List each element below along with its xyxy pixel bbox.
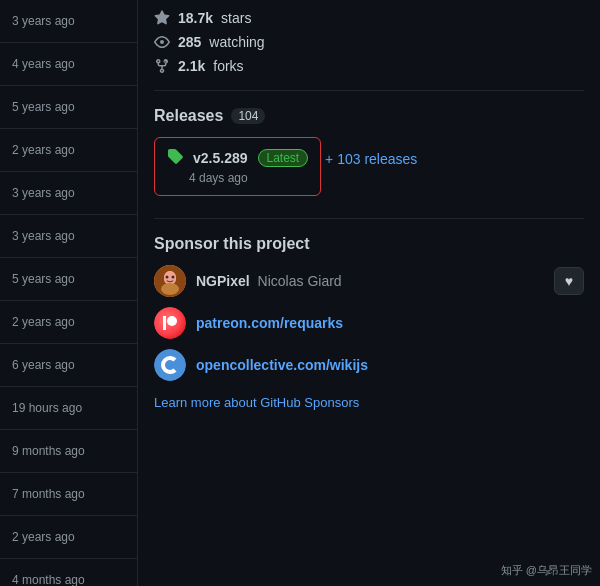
svg-point-2 <box>164 271 176 285</box>
stars-count: 18.7k <box>178 10 213 26</box>
svg-point-3 <box>166 276 169 279</box>
opencollective-row: opencollective.com/wikijs <box>154 349 584 381</box>
time-item: 9 months ago <box>0 430 137 473</box>
time-item: 3 years ago <box>0 215 137 258</box>
release-top-row: v2.5.289 Latest <box>167 148 308 167</box>
left-time-column: 3 years ago4 years ago5 years ago2 years… <box>0 0 138 586</box>
sponsor-person-name: NGPixel Nicolas Giard <box>196 273 342 289</box>
fork-icon <box>154 58 170 74</box>
time-item: 6 years ago <box>0 344 137 387</box>
forks-count: 2.1k <box>178 58 205 74</box>
opencollective-path: wikijs <box>330 357 368 373</box>
time-item: 2 years ago <box>0 516 137 559</box>
watching-label: watching <box>209 34 264 50</box>
latest-release-card: v2.5.289 Latest 4 days ago <box>154 137 321 196</box>
time-item: 4 months ago <box>0 559 137 586</box>
more-releases-link[interactable]: + 103 releases <box>325 151 417 167</box>
forks-stat: 2.1k forks <box>154 58 584 74</box>
watching-count: 285 <box>178 34 201 50</box>
forks-label: forks <box>213 58 243 74</box>
release-version: v2.5.289 <box>193 150 248 166</box>
watching-stat: 285 watching <box>154 34 584 50</box>
svg-point-4 <box>172 276 175 279</box>
sponsor-person-fullname: Nicolas Giard <box>258 273 342 289</box>
eye-svg <box>154 34 170 50</box>
latest-badge: Latest <box>258 149 309 167</box>
patreon-link[interactable]: patreon.com/requarks <box>196 315 343 331</box>
patreon-domain: patreon.com/ <box>196 315 284 331</box>
time-item: 5 years ago <box>0 258 137 301</box>
svg-point-5 <box>161 283 179 295</box>
time-item: 7 months ago <box>0 473 137 516</box>
sponsor-person-row: NGPixel Nicolas Giard ♥ <box>154 265 584 297</box>
patreon-path: requarks <box>284 315 343 331</box>
sponsor-title: Sponsor this project <box>154 235 584 253</box>
svg-rect-7 <box>163 316 166 330</box>
patreon-logo <box>161 314 179 332</box>
releases-header: Releases 104 <box>154 107 584 125</box>
time-item: 3 years ago <box>0 172 137 215</box>
opencollective-circle <box>154 349 186 381</box>
stars-label: stars <box>221 10 251 26</box>
time-item: 5 years ago <box>0 86 137 129</box>
release-date: 4 days ago <box>189 171 308 185</box>
tag-svg <box>167 148 183 164</box>
avatar-ngpixel <box>154 265 186 297</box>
releases-section: Releases 104 v2.5.289 Latest 4 days ago … <box>154 91 584 219</box>
time-item: 2 years ago <box>0 301 137 344</box>
stats-section: 18.7k stars 285 watching 2.1k forks <box>154 0 584 91</box>
patreon-row: patreon.com/requarks <box>154 307 584 339</box>
sponsor-section: Sponsor this project NGPixel Nicolas Gia… <box>154 219 584 426</box>
tag-icon <box>167 148 183 167</box>
patreon-circle <box>154 307 186 339</box>
opencollective-domain: opencollective.com/ <box>196 357 330 373</box>
star-svg <box>154 10 170 26</box>
star-icon <box>154 10 170 26</box>
time-item: 3 years ago <box>0 0 137 43</box>
stars-stat: 18.7k stars <box>154 10 584 26</box>
learn-more-sponsors-link[interactable]: Learn more about GitHub Sponsors <box>154 395 359 410</box>
fork-svg <box>154 58 170 74</box>
opencollective-link[interactable]: opencollective.com/wikijs <box>196 357 368 373</box>
time-item: 4 years ago <box>0 43 137 86</box>
ngpixel-avatar-svg <box>154 265 186 297</box>
avatar-patreon <box>154 307 186 339</box>
releases-title: Releases <box>154 107 223 125</box>
eye-icon <box>154 34 170 50</box>
svg-point-6 <box>167 316 177 326</box>
right-content-column: 18.7k stars 285 watching 2.1k forks Rele… <box>138 0 600 586</box>
releases-count-badge: 104 <box>231 108 265 124</box>
watermark: 知乎 @乌昂王同学 <box>501 563 592 578</box>
avatar-opencollective <box>154 349 186 381</box>
time-item: 2 years ago <box>0 129 137 172</box>
opencollective-logo <box>159 354 181 376</box>
sponsor-heart-button[interactable]: ♥ <box>554 267 584 295</box>
time-item: 19 hours ago <box>0 387 137 430</box>
